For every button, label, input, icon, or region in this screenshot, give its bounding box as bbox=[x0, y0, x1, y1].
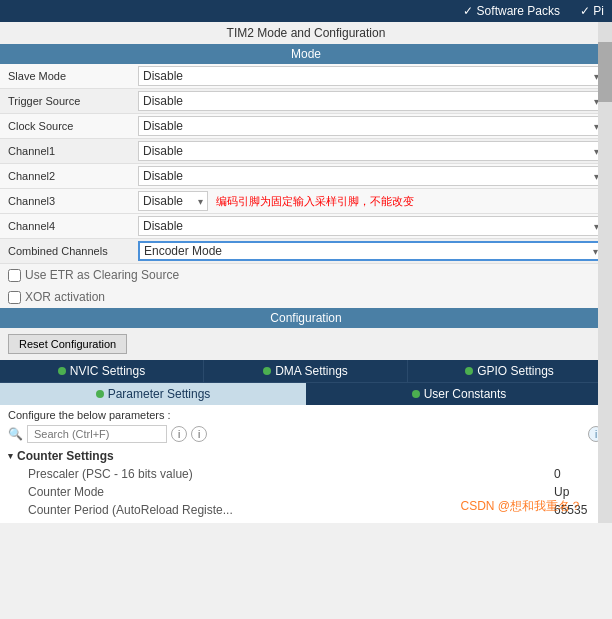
nvic-label: NVIC Settings bbox=[70, 364, 145, 378]
channel3-select[interactable]: Disable ▾ bbox=[138, 191, 208, 211]
search-input[interactable] bbox=[27, 425, 167, 443]
gpio-label: GPIO Settings bbox=[477, 364, 554, 378]
counter-section-header: ▾ Counter Settings bbox=[8, 447, 604, 465]
mode-header: Mode bbox=[0, 44, 612, 64]
xor-checkbox-row: XOR activation bbox=[0, 286, 612, 308]
nvic-dot bbox=[58, 367, 66, 375]
software-packs-label: ✓ Software Packs bbox=[463, 4, 560, 18]
tabs-row-1: NVIC Settings DMA Settings GPIO Settings bbox=[0, 360, 612, 382]
gpio-dot bbox=[465, 367, 473, 375]
counter-section-label: Counter Settings bbox=[17, 449, 114, 463]
channel1-label: Channel1 bbox=[8, 145, 138, 157]
channel4-value: Disable bbox=[143, 219, 183, 233]
param-row-prescaler: Prescaler (PSC - 16 bits value) 0 bbox=[8, 465, 604, 483]
combined-channels-row: Combined Channels Encoder Mode ▾ bbox=[0, 239, 612, 264]
channel3-row: Channel3 Disable ▾ 编码引脚为固定输入采样引脚，不能改变 bbox=[0, 189, 612, 214]
pi-item[interactable]: ✓ Pi bbox=[580, 4, 604, 18]
info-icon-2[interactable]: i bbox=[191, 426, 207, 442]
etr-label: Use ETR as Clearing Source bbox=[25, 268, 179, 282]
channel3-arrow: ▾ bbox=[198, 196, 203, 207]
config-header: Configuration bbox=[0, 308, 612, 328]
channel1-value: Disable bbox=[143, 144, 183, 158]
channel2-select[interactable]: Disable ▾ bbox=[138, 166, 604, 186]
counter-mode-name: Counter Mode bbox=[28, 485, 554, 499]
channel3-annotation: 编码引脚为固定输入采样引脚，不能改变 bbox=[216, 194, 414, 209]
prescaler-name: Prescaler (PSC - 16 bits value) bbox=[28, 467, 554, 481]
channel1-row: Channel1 Disable ▾ bbox=[0, 139, 612, 164]
main-container: TIM2 Mode and Configuration Mode Slave M… bbox=[0, 22, 612, 523]
channel2-label: Channel2 bbox=[8, 170, 138, 182]
reset-config-button[interactable]: Reset Configuration bbox=[8, 334, 127, 354]
pi-label: ✓ Pi bbox=[580, 4, 604, 18]
channel3-label: Channel3 bbox=[8, 195, 138, 207]
dma-dot bbox=[263, 367, 271, 375]
software-packs-item[interactable]: ✓ Software Packs bbox=[463, 4, 560, 18]
reset-btn-area: Reset Configuration bbox=[0, 328, 612, 360]
window-title: TIM2 Mode and Configuration bbox=[0, 22, 612, 44]
slave-mode-row: Slave Mode Disable ▾ bbox=[0, 64, 612, 89]
channel4-select[interactable]: Disable ▾ bbox=[138, 216, 604, 236]
dma-label: DMA Settings bbox=[275, 364, 348, 378]
xor-checkbox[interactable] bbox=[8, 291, 21, 304]
search-row: 🔍 i i i bbox=[8, 425, 604, 443]
tabs-row-2: Parameter Settings User Constants bbox=[0, 382, 612, 405]
params-title: Configure the below parameters : bbox=[8, 409, 604, 421]
param-dot bbox=[96, 390, 104, 398]
tab-gpio-settings[interactable]: GPIO Settings bbox=[408, 360, 612, 382]
top-bar: ✓ Software Packs ✓ Pi bbox=[0, 0, 612, 22]
xor-label: XOR activation bbox=[25, 290, 105, 304]
tab-nvic-settings[interactable]: NVIC Settings bbox=[0, 360, 204, 382]
trigger-source-select[interactable]: Disable ▾ bbox=[138, 91, 604, 111]
trigger-source-label: Trigger Source bbox=[8, 95, 138, 107]
tab-user-constants[interactable]: User Constants bbox=[306, 383, 612, 405]
user-const-label: User Constants bbox=[424, 387, 507, 401]
tab-dma-settings[interactable]: DMA Settings bbox=[204, 360, 408, 382]
channel2-value: Disable bbox=[143, 169, 183, 183]
channel3-value: Disable bbox=[143, 194, 183, 208]
collapse-arrow[interactable]: ▾ bbox=[8, 451, 13, 461]
watermark: CSDN @想和我重名？ bbox=[460, 498, 582, 515]
clock-source-value: Disable bbox=[143, 119, 183, 133]
etr-checkbox-row: Use ETR as Clearing Source bbox=[0, 264, 612, 286]
combined-channels-select[interactable]: Encoder Mode ▾ bbox=[138, 241, 604, 261]
tab-parameter-settings[interactable]: Parameter Settings bbox=[0, 383, 306, 405]
info-icon-1[interactable]: i bbox=[171, 426, 187, 442]
scrollbar[interactable] bbox=[598, 22, 612, 523]
trigger-source-row: Trigger Source Disable ▾ bbox=[0, 89, 612, 114]
user-const-dot bbox=[412, 390, 420, 398]
trigger-source-value: Disable bbox=[143, 94, 183, 108]
channel2-row: Channel2 Disable ▾ bbox=[0, 164, 612, 189]
combined-channels-label: Combined Channels bbox=[8, 245, 138, 257]
channel4-row: Channel4 Disable ▾ bbox=[0, 214, 612, 239]
channel1-select[interactable]: Disable ▾ bbox=[138, 141, 604, 161]
slave-mode-value: Disable bbox=[143, 69, 183, 83]
channel4-label: Channel4 bbox=[8, 220, 138, 232]
clock-source-select[interactable]: Disable ▾ bbox=[138, 116, 604, 136]
clock-source-row: Clock Source Disable ▾ bbox=[0, 114, 612, 139]
slave-mode-label: Slave Mode bbox=[8, 70, 138, 82]
counter-mode-value: Up bbox=[554, 485, 604, 499]
scrollbar-thumb[interactable] bbox=[598, 42, 612, 102]
slave-mode-select[interactable]: Disable ▾ bbox=[138, 66, 604, 86]
etr-checkbox[interactable] bbox=[8, 269, 21, 282]
clock-source-label: Clock Source bbox=[8, 120, 138, 132]
search-icon: 🔍 bbox=[8, 427, 23, 441]
param-label: Parameter Settings bbox=[108, 387, 211, 401]
prescaler-value: 0 bbox=[554, 467, 604, 481]
combined-channels-value: Encoder Mode bbox=[144, 244, 222, 258]
